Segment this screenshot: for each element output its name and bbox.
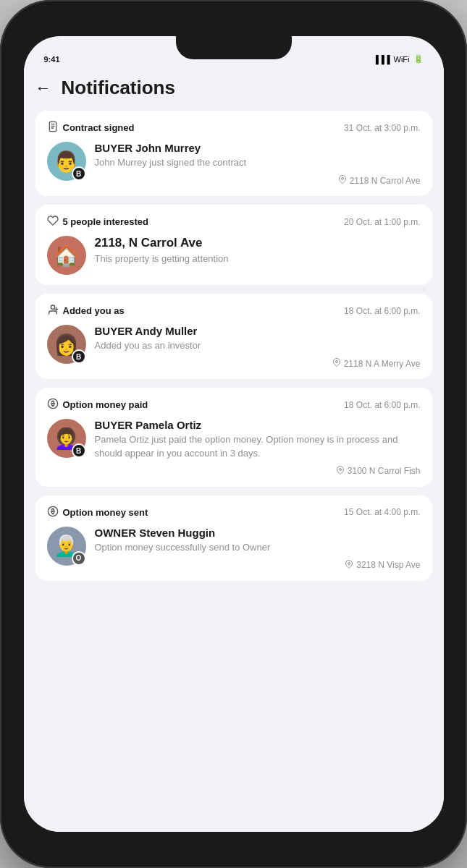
- svg-point-10: [339, 468, 341, 470]
- card-name: BUYER John Murrey: [95, 142, 421, 154]
- location-text: 3100 N Carrol Fish: [348, 466, 421, 476]
- type-icon: [47, 215, 59, 229]
- avatar-wrap: 👩 B: [47, 325, 86, 364]
- type-icon: [47, 506, 59, 519]
- card-description: Pamela Ortiz just paid the option money.…: [95, 433, 421, 459]
- card-description: Added you as an investor: [95, 339, 421, 352]
- card-time: 15 Oct. at 4:00 p.m.: [344, 507, 420, 517]
- page-header: ← Notifications: [35, 68, 432, 111]
- card-info: BUYER Pamela Ortiz Pamela Ortiz just pai…: [95, 419, 421, 476]
- card-location: 3100 N Carrol Fish: [95, 466, 421, 477]
- wifi-icon: WiFi: [394, 55, 410, 64]
- card-type: Contract signed: [47, 121, 135, 135]
- card-description: Option money successfully send to Owner: [95, 541, 421, 554]
- type-label: Option money sent: [63, 507, 148, 518]
- card-body: 👩 B BUYER Andy Muller Added you as an in…: [47, 325, 421, 369]
- card-body: 👨‍🦳 O OWNER Steven Huggin Option money s…: [47, 527, 421, 571]
- card-location: 2118 N A Merry Ave: [95, 358, 421, 369]
- card-name: OWNER Steven Huggin: [95, 527, 421, 539]
- phone-screen: 9:41 ▐▐▐ WiFi 🔋 ← Notifications Contract…: [24, 36, 444, 832]
- card-type: Option money sent: [47, 506, 148, 519]
- svg-point-5: [51, 305, 54, 309]
- notification-card[interactable]: Added you as 18 Oct. at 6:00 p.m. 👩 B BU…: [35, 294, 432, 379]
- screen-content: ← Notifications Contract signed 31 Oct. …: [24, 68, 444, 832]
- card-header: Contract signed 31 Oct. at 3:00 p.m.: [47, 121, 421, 135]
- type-label: Contract signed: [63, 122, 135, 133]
- notch: [176, 36, 292, 59]
- notification-card[interactable]: Option money sent 15 Oct. at 4:00 p.m. 👨…: [35, 495, 432, 581]
- svg-point-8: [335, 361, 337, 363]
- card-info: BUYER Andy Muller Added you as an invest…: [95, 325, 421, 369]
- card-info: 2118, N Carrol Ave This property is gett…: [95, 236, 421, 265]
- battery-icon: 🔋: [413, 54, 424, 64]
- avatar-badge: B: [72, 443, 86, 458]
- avatar-badge: B: [72, 349, 86, 364]
- location-icon: [345, 560, 353, 571]
- type-label: Option money paid: [63, 399, 148, 410]
- card-time: 31 Oct. at 3:00 p.m.: [344, 123, 420, 133]
- location-text: 3218 N Visp Ave: [356, 560, 420, 570]
- location-text: 2118 N A Merry Ave: [344, 359, 421, 369]
- location-icon: [338, 175, 347, 186]
- type-label: Added you as: [63, 305, 125, 316]
- card-location: 3218 N Visp Ave: [95, 560, 421, 571]
- location-icon: [336, 466, 345, 477]
- card-type: Added you as: [47, 304, 125, 318]
- type-icon: [47, 121, 59, 135]
- svg-point-12: [348, 562, 350, 564]
- back-button[interactable]: ←: [35, 79, 51, 98]
- card-description: John Murrey just signed the contract: [95, 156, 421, 169]
- type-icon: [47, 398, 59, 412]
- page-title: Notifications: [62, 77, 175, 99]
- type-icon: [47, 304, 59, 318]
- signal-icon: ▐▐▐: [373, 55, 390, 64]
- avatar-emoji: 🏠: [54, 244, 79, 268]
- location-text: 2118 N Carrol Ave: [350, 176, 421, 186]
- avatar: 🏠: [47, 236, 86, 275]
- card-info: OWNER Steven Huggin Option money success…: [95, 527, 421, 571]
- avatar-wrap: 👩‍🦱 B: [47, 419, 86, 458]
- notification-card[interactable]: 5 people interested 20 Oct. at 1:00 p.m.…: [35, 205, 432, 285]
- card-body: 🏠 2118, N Carrol Ave This property is ge…: [47, 236, 421, 275]
- notification-card[interactable]: Contract signed 31 Oct. at 3:00 p.m. 👨 B…: [35, 111, 432, 196]
- card-header: Option money sent 15 Oct. at 4:00 p.m.: [47, 506, 421, 519]
- card-body: 👩‍🦱 B BUYER Pamela Ortiz Pamela Ortiz ju…: [47, 419, 421, 476]
- card-time: 20 Oct. at 1:00 p.m.: [344, 217, 420, 227]
- card-name: BUYER Andy Muller: [95, 325, 421, 337]
- card-header: 5 people interested 20 Oct. at 1:00 p.m.: [47, 215, 421, 229]
- avatar-wrap: 🏠: [47, 236, 86, 275]
- avatar-badge: O: [72, 551, 86, 566]
- card-type: Option money paid: [47, 398, 148, 412]
- card-header: Added you as 18 Oct. at 6:00 p.m.: [47, 304, 421, 318]
- phone-frame: 9:41 ▐▐▐ WiFi 🔋 ← Notifications Contract…: [0, 0, 467, 868]
- card-header: Option money paid 18 Oct. at 6:00 p.m.: [47, 398, 421, 412]
- status-icons: ▐▐▐ WiFi 🔋: [373, 54, 423, 64]
- location-icon: [332, 358, 341, 369]
- notification-card[interactable]: Option money paid 18 Oct. at 6:00 p.m. 👩…: [35, 388, 432, 486]
- card-location: 2118 N Carrol Ave: [95, 175, 421, 186]
- type-label: 5 people interested: [63, 216, 148, 227]
- card-body: 👨 B BUYER John Murrey John Murrey just s…: [47, 142, 421, 186]
- avatar-badge: B: [72, 166, 86, 181]
- svg-point-4: [341, 178, 343, 180]
- card-name: 2118, N Carrol Ave: [95, 236, 421, 250]
- card-description: This property is getting attention: [95, 252, 421, 265]
- card-info: BUYER John Murrey John Murrey just signe…: [95, 142, 421, 186]
- notifications-list: Contract signed 31 Oct. at 3:00 p.m. 👨 B…: [35, 111, 432, 581]
- time: 9:41: [44, 55, 60, 64]
- card-time: 18 Oct. at 6:00 p.m.: [344, 400, 420, 410]
- avatar-wrap: 👨 B: [47, 142, 86, 181]
- card-time: 18 Oct. at 6:00 p.m.: [344, 306, 420, 316]
- card-name: BUYER Pamela Ortiz: [95, 419, 421, 431]
- avatar-wrap: 👨‍🦳 O: [47, 527, 86, 566]
- card-type: 5 people interested: [47, 215, 148, 229]
